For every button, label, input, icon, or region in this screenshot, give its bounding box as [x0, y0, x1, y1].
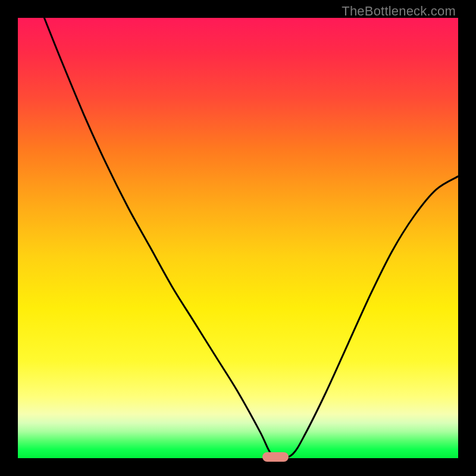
chart-plot-area — [18, 18, 458, 458]
optimal-marker — [262, 452, 289, 462]
watermark-text: TheBottleneck.com — [342, 4, 456, 19]
bottleneck-curve — [18, 18, 458, 458]
chart-frame: TheBottleneck.com — [0, 0, 476, 476]
bottleneck-curve-path — [44, 18, 458, 458]
